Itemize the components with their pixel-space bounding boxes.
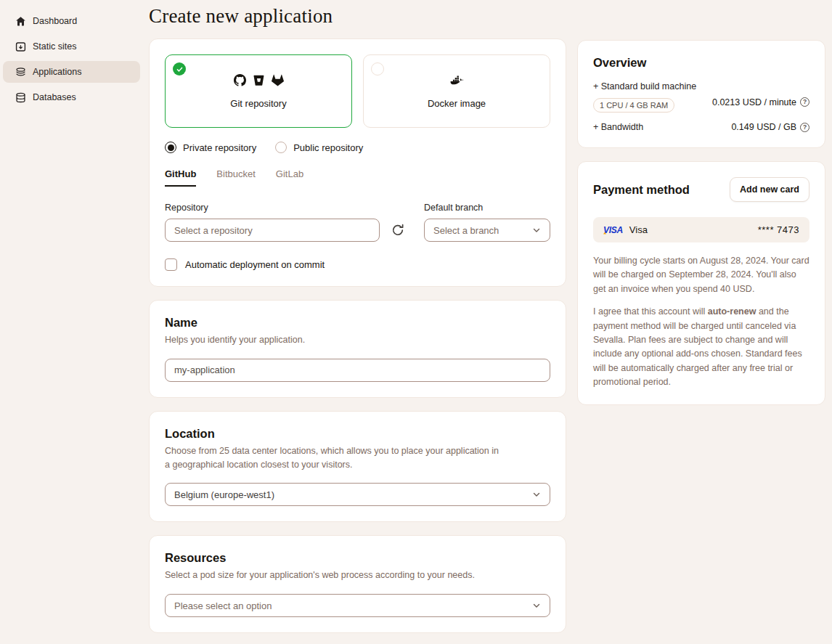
checkbox-icon[interactable] — [165, 258, 177, 271]
option-label: Git repository — [230, 98, 286, 109]
name-card: Name Helps you identify your application… — [149, 300, 566, 398]
visa-logo: VISA — [603, 225, 623, 235]
price-text: 0.149 USD / GB — [731, 122, 796, 132]
refresh-icon[interactable] — [391, 224, 404, 237]
radio-private-repository[interactable]: Private repository — [165, 142, 256, 153]
payment-header: Payment method Add new card — [593, 177, 809, 202]
card-name: Visa — [629, 224, 648, 235]
payment-title: Payment method — [593, 183, 690, 197]
stack-icon — [15, 67, 26, 78]
git-provider-tabs: GitHub Bitbucket GitLab — [165, 168, 550, 187]
radio-label: Public repository — [293, 142, 363, 153]
option-docker-image[interactable]: Docker image — [363, 54, 550, 128]
auto-deploy-label: Automatic deployment on commit — [185, 259, 325, 270]
payment-card: Payment method Add new card VISA Visa **… — [577, 161, 825, 405]
git-provider-icons — [234, 74, 284, 89]
name-title: Name — [165, 316, 550, 330]
bitbucket-icon — [253, 74, 265, 89]
price-text: 0.0213 USD / minute — [712, 97, 796, 107]
saved-card-row[interactable]: VISA Visa **** 7473 — [593, 217, 809, 242]
auto-deploy-checkbox-row[interactable]: Automatic deployment on commit — [165, 258, 550, 271]
chevron-down-icon — [532, 226, 541, 235]
location-subtitle: Choose from 25 data center locations, wh… — [165, 444, 506, 472]
radio-unselected-icon — [275, 142, 287, 153]
repository-label: Repository — [165, 203, 380, 213]
selected-check-badge — [173, 62, 186, 76]
overview-item-price: 0.149 USD / GB ? — [731, 122, 809, 132]
auto-renew-agreement-text: I agree that this account will auto-rene… — [593, 305, 809, 389]
sidebar-item-label: Databases — [33, 92, 76, 102]
auto-renew-bold: auto-renew — [708, 306, 756, 317]
repository-field-group: Repository — [165, 203, 380, 242]
radio-label: Private repository — [183, 142, 256, 153]
sidebar-item-label: Dashboard — [33, 16, 77, 26]
select-value: Belgium (europe-west1) — [174, 489, 274, 500]
overview-row-left: + Standard build machine 1 CPU / 4 GB RA… — [593, 81, 696, 113]
repository-visibility: Private repository Public repository — [165, 142, 550, 153]
browser-icon — [15, 41, 26, 52]
repository-input[interactable] — [165, 219, 380, 242]
overview-item-price: 0.0213 USD / minute ? — [712, 91, 809, 113]
overview-row-bandwidth: + Bandwidth 0.149 USD / GB ? — [593, 122, 809, 132]
sidebar-item-label: Static sites — [33, 41, 76, 52]
resources-select[interactable]: Please select an option — [165, 594, 550, 617]
tab-bitbucket[interactable]: Bitbucket — [216, 168, 255, 187]
docker-icon-wrap — [449, 74, 465, 89]
sidebar-item-label: Applications — [33, 67, 81, 77]
sidebar-item-dashboard[interactable]: Dashboard — [3, 10, 140, 32]
card-number-masked: **** 7473 — [758, 224, 799, 235]
overview-card: Overview + Standard build machine 1 CPU … — [577, 40, 825, 148]
default-branch-field-group: Default branch Select a branch — [424, 203, 550, 242]
github-icon — [234, 74, 246, 89]
name-subtitle: Helps you identify your application. — [165, 333, 506, 347]
page-title: Create new application — [149, 5, 566, 28]
overview-item-label: + Bandwidth — [593, 122, 643, 132]
default-branch-select[interactable]: Select a branch — [424, 219, 550, 242]
default-branch-label: Default branch — [424, 203, 550, 213]
gitlab-icon — [272, 74, 284, 89]
application-name-input[interactable] — [165, 359, 550, 382]
tab-github[interactable]: GitHub — [165, 168, 196, 187]
main-column: Create new application Git repository — [149, 0, 566, 644]
agreement-suffix: and the payment method will be charged u… — [593, 306, 802, 387]
machine-spec-badge: 1 CPU / 4 GB RAM — [593, 98, 674, 113]
tab-gitlab[interactable]: GitLab — [276, 168, 303, 187]
check-icon — [176, 65, 184, 73]
resources-subtitle: Select a pod size for your application's… — [165, 568, 506, 582]
sidebar-item-databases[interactable]: Databases — [3, 86, 140, 108]
select-value: Please select an option — [174, 600, 272, 611]
billing-cycle-text: Your billing cycle starts on August 28, … — [593, 254, 809, 296]
agreement-prefix: I agree that this account will — [593, 306, 708, 317]
overview-title: Overview — [593, 56, 809, 70]
help-icon[interactable]: ? — [800, 97, 809, 107]
card-brand-group: VISA Visa — [603, 224, 648, 235]
home-icon — [15, 16, 26, 27]
option-git-repository[interactable]: Git repository — [165, 54, 352, 128]
overview-row-build-machine: + Standard build machine 1 CPU / 4 GB RA… — [593, 81, 809, 113]
location-select[interactable]: Belgium (europe-west1) — [165, 483, 550, 506]
sidebar-item-applications[interactable]: Applications — [3, 61, 140, 83]
help-icon[interactable]: ? — [800, 123, 809, 132]
chevron-down-icon — [532, 490, 541, 499]
location-card: Location Choose from 25 data center loca… — [149, 411, 566, 523]
location-title: Location — [165, 427, 550, 441]
source-card: Git repository Docker image Private repo… — [149, 38, 566, 287]
option-label: Docker image — [428, 98, 486, 109]
radio-selected-icon — [165, 142, 176, 153]
app-root: Dashboard Static sites Applications Data… — [0, 0, 832, 644]
unselected-radio-badge — [371, 62, 384, 76]
sidebar-item-static-sites[interactable]: Static sites — [3, 36, 140, 57]
right-column: Overview + Standard build machine 1 CPU … — [577, 0, 825, 644]
resources-card: Resources Select a pod size for your app… — [149, 535, 566, 633]
database-icon — [15, 92, 26, 103]
sidebar: Dashboard Static sites Applications Data… — [0, 0, 149, 644]
chevron-down-icon — [532, 601, 541, 610]
add-new-card-button[interactable]: Add new card — [730, 177, 809, 202]
resources-title: Resources — [165, 551, 550, 565]
overview-item-label: + Standard build machine — [593, 81, 696, 91]
radio-public-repository[interactable]: Public repository — [275, 142, 363, 153]
docker-icon — [449, 74, 465, 89]
repository-fields: Repository Default branch Select a branc… — [165, 203, 550, 242]
source-options: Git repository Docker image — [165, 54, 550, 128]
select-value: Select a branch — [433, 225, 499, 236]
